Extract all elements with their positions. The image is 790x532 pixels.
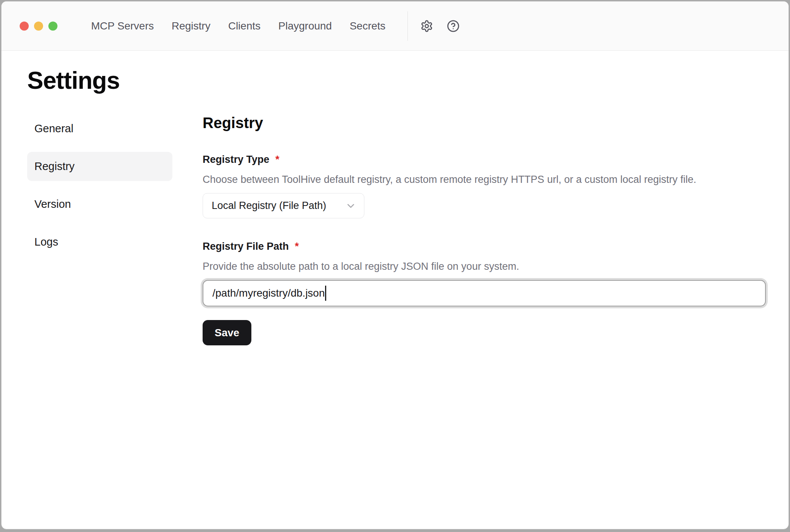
registry-type-description: Choose between ToolHive default registry…: [203, 174, 766, 186]
registry-type-label-row: Registry Type *: [203, 153, 766, 165]
required-asterisk: *: [276, 153, 280, 165]
registry-type-select[interactable]: Local Registry (File Path): [203, 193, 364, 218]
sidebar-item-registry[interactable]: Registry: [27, 152, 172, 181]
nav-item-clients[interactable]: Clients: [228, 20, 261, 32]
traffic-lights: [20, 22, 57, 31]
zoom-button[interactable]: [48, 22, 57, 31]
minimize-button[interactable]: [34, 22, 43, 31]
registry-type-select-value: Local Registry (File Path): [212, 200, 326, 212]
registry-file-path-value: /path/myregistry/db.json: [212, 287, 325, 299]
registry-file-path-label-row: Registry File Path *: [203, 240, 766, 252]
close-button[interactable]: [20, 22, 29, 31]
titlebar: MCP Servers Registry Clients Playground …: [2, 2, 788, 51]
titlebar-divider: [407, 11, 408, 41]
registry-file-path-input[interactable]: /path/myregistry/db.json: [203, 280, 766, 306]
nav-item-mcp-servers[interactable]: MCP Servers: [91, 20, 154, 32]
main-nav: MCP Servers Registry Clients Playground …: [91, 20, 386, 32]
registry-type-label: Registry Type: [203, 153, 270, 165]
nav-item-playground[interactable]: Playground: [278, 20, 332, 32]
save-button[interactable]: Save: [203, 320, 251, 345]
chevron-down-icon: [345, 200, 356, 212]
sidebar-item-general[interactable]: General: [27, 114, 172, 143]
gear-icon[interactable]: [420, 19, 434, 33]
nav-item-registry[interactable]: Registry: [172, 20, 211, 32]
settings-sidebar: General Registry Version Logs: [27, 114, 172, 345]
registry-settings-panel: Registry Registry Type * Choose between …: [203, 114, 766, 345]
sidebar-item-logs[interactable]: Logs: [27, 227, 172, 257]
required-asterisk: *: [295, 240, 299, 252]
settings-page: Settings General Registry Version Logs R…: [2, 51, 788, 345]
page-title: Settings: [27, 66, 764, 94]
section-heading: Registry: [203, 114, 766, 131]
app-window: MCP Servers Registry Clients Playground …: [1, 1, 789, 529]
titlebar-icons: [420, 19, 460, 33]
help-icon[interactable]: [446, 19, 460, 33]
nav-item-secrets[interactable]: Secrets: [350, 20, 386, 32]
registry-file-path-description: Provide the absolute path to a local reg…: [203, 261, 766, 272]
text-cursor: [325, 286, 326, 301]
registry-file-path-label: Registry File Path: [203, 240, 289, 252]
sidebar-item-version[interactable]: Version: [27, 190, 172, 219]
